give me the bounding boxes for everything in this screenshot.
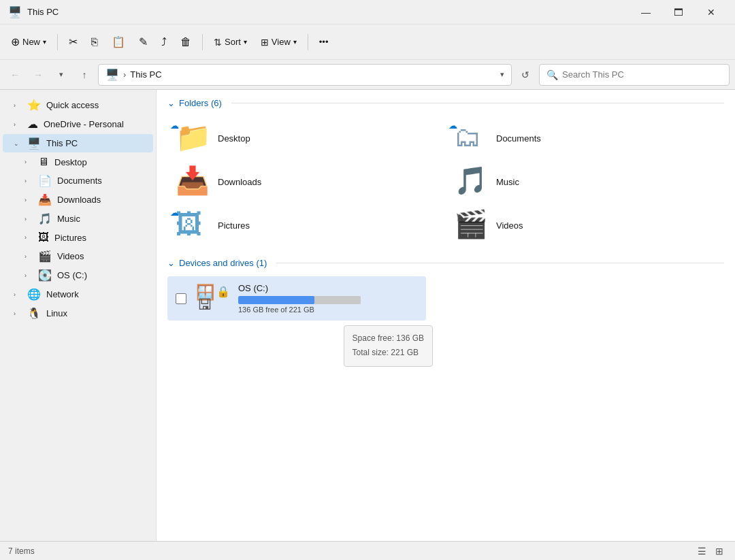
folder-icon-wrap-desktop: ☁ 📁: [176, 123, 211, 153]
address-path[interactable]: 🖥️ › This PC ▾: [98, 64, 512, 86]
sidebar-item-label: Linux: [46, 308, 145, 318]
main-layout: › ⭐ Quick access › ☁ OneDrive - Personal…: [0, 90, 735, 541]
status-bar: 7 items ☰ ⊞: [0, 541, 735, 560]
minimize-button[interactable]: —: [630, 2, 662, 22]
network-chevron: ›: [14, 291, 22, 298]
quick-access-chevron: ›: [14, 102, 22, 109]
drives-label: Devices and drives (1): [179, 258, 267, 268]
back-icon: ←: [10, 69, 20, 80]
new-button[interactable]: ⊕ New ▾: [5, 30, 52, 54]
search-icon: 🔍: [546, 69, 558, 80]
close-button[interactable]: ✕: [696, 2, 727, 22]
list-icon: ☰: [698, 546, 706, 557]
window-icon: 🖥️: [8, 5, 22, 18]
folder-icon-wrap-videos: 🎬: [454, 210, 489, 240]
cloud-badge-documents: ☁: [448, 120, 457, 131]
cut-button[interactable]: ✂: [63, 30, 83, 54]
sidebar-item-onedrive[interactable]: › ☁ OneDrive - Personal: [3, 115, 153, 133]
this-pc-chevron: ⌄: [14, 140, 22, 147]
sidebar-item-label: OneDrive - Personal: [44, 119, 145, 129]
list-view-button[interactable]: ☰: [694, 544, 709, 559]
folder-name-documents: Documents: [496, 133, 541, 144]
recent-icon: ▾: [59, 70, 63, 79]
sidebar-item-label: Pictures: [54, 233, 145, 243]
folder-documents[interactable]: ☁ 🗂 Documents: [446, 116, 724, 160]
sidebar-item-videos[interactable]: › 🎬 Videos: [3, 247, 153, 265]
title-bar: 🖥️ This PC — 🗖 ✕: [0, 0, 735, 24]
documents-folder-icon: 🗂: [454, 122, 481, 152]
separator-3: [308, 34, 308, 50]
sidebar-item-desktop[interactable]: › 🖥 Desktop: [3, 153, 153, 171]
window-title: This PC: [27, 7, 59, 17]
sidebar-item-osc[interactable]: › 💽 OS (C:): [3, 266, 153, 284]
folder-pictures[interactable]: ☁ 🖼 Pictures: [167, 203, 446, 247]
desktop-folder-icon: 🖥: [38, 156, 49, 168]
folder-icon-wrap-downloads: 📥: [176, 167, 211, 197]
lock-icon: 🔒: [216, 285, 230, 298]
new-chevron: ▾: [43, 38, 46, 46]
hdd-icon: 🖫: [197, 296, 212, 314]
drive-checkbox[interactable]: [176, 293, 186, 304]
onedrive-chevron: ›: [14, 121, 22, 128]
search-box: 🔍: [539, 64, 730, 86]
folder-grid: ☁ 📁 Desktop ☁ 🗂 Documents 📥 Downloads: [167, 116, 724, 247]
sidebar-item-music[interactable]: › 🎵 Music: [3, 210, 153, 228]
more-button[interactable]: •••: [314, 30, 334, 54]
folder-icon-wrap-pictures: ☁ 🖼: [176, 210, 211, 240]
forward-button[interactable]: →: [29, 65, 48, 84]
recent-button[interactable]: ▾: [52, 65, 71, 84]
drives-chevron: ⌄: [167, 258, 175, 268]
sort-label: Sort: [225, 37, 241, 47]
sidebar-item-quick-access[interactable]: › ⭐ Quick access: [3, 96, 153, 114]
sidebar-item-pictures[interactable]: › 🖼 Pictures: [3, 229, 153, 246]
back-button[interactable]: ←: [5, 65, 24, 84]
copy-button[interactable]: ⎘: [86, 30, 103, 54]
delete-button[interactable]: 🗑: [175, 30, 197, 54]
drive-icon-wrap: 🪟 🔒 🖫: [195, 284, 230, 314]
sidebar-item-this-pc[interactable]: ⌄ 🖥️ This PC: [3, 134, 153, 152]
sort-arrows-icon: ⇅: [214, 37, 222, 48]
videos-chevron: ›: [24, 253, 33, 260]
folder-name-desktop: Desktop: [218, 133, 250, 144]
sidebar-item-documents[interactable]: › 📄 Documents: [3, 171, 153, 190]
maximize-button[interactable]: 🗖: [663, 2, 694, 22]
search-input[interactable]: [562, 69, 722, 80]
pictures-folder-icon: 🖼: [176, 209, 203, 239]
items-count: 7 items: [8, 546, 35, 556]
folder-videos[interactable]: 🎬 Videos: [446, 203, 724, 247]
network-icon: 🌐: [27, 288, 41, 301]
up-button[interactable]: ↑: [75, 65, 94, 84]
view-button[interactable]: ⊞ View ▾: [255, 30, 302, 54]
paste-button[interactable]: 📋: [106, 30, 131, 54]
sidebar-item-label: Videos: [57, 251, 145, 261]
folder-name-music: Music: [496, 177, 519, 187]
forward-icon: →: [33, 69, 43, 80]
drive-osc[interactable]: 🪟 🔒 🖫 OS (C:) 136 GB free of 221 GB Spac…: [167, 276, 426, 320]
sidebar-item-linux[interactable]: › 🐧 Linux: [3, 304, 153, 323]
content-area: ⌄ Folders (6) ☁ 📁 Desktop ☁ 🗂 Documents: [157, 90, 735, 541]
sidebar-item-downloads[interactable]: › 📥 Downloads: [3, 191, 153, 209]
documents-chevron: ›: [24, 178, 33, 184]
path-dropdown-icon[interactable]: ▾: [500, 70, 504, 79]
sidebar-item-label: Music: [57, 214, 145, 224]
sort-button[interactable]: ⇅ Sort ▾: [208, 30, 252, 54]
drive-image: 🪟 🔒 🖫: [195, 284, 230, 314]
sidebar-item-network[interactable]: › 🌐 Network: [3, 285, 153, 303]
desktop-chevron: ›: [24, 159, 33, 165]
paste-icon: 📋: [112, 35, 125, 48]
sidebar-item-label: Network: [46, 289, 145, 299]
rename-icon: ✎: [139, 35, 148, 48]
grid-view-button[interactable]: ⊞: [712, 544, 727, 559]
folder-music[interactable]: 🎵 Music: [446, 160, 724, 203]
path-text: This PC: [130, 69, 496, 80]
folder-downloads[interactable]: 📥 Downloads: [167, 160, 446, 203]
rename-button[interactable]: ✎: [133, 30, 153, 54]
delete-icon: 🗑: [180, 36, 191, 48]
refresh-button[interactable]: ↺: [516, 65, 535, 84]
sidebar-item-label: Desktop: [54, 157, 145, 167]
drive-tooltip: Space free: 136 GB Total size: 221 GB: [344, 325, 433, 367]
folder-icon-wrap-documents: ☁ 🗂: [454, 123, 489, 153]
folder-desktop[interactable]: ☁ 📁 Desktop: [167, 116, 446, 160]
downloads-chevron: ›: [24, 197, 33, 203]
share-button[interactable]: ⤴: [156, 30, 172, 54]
